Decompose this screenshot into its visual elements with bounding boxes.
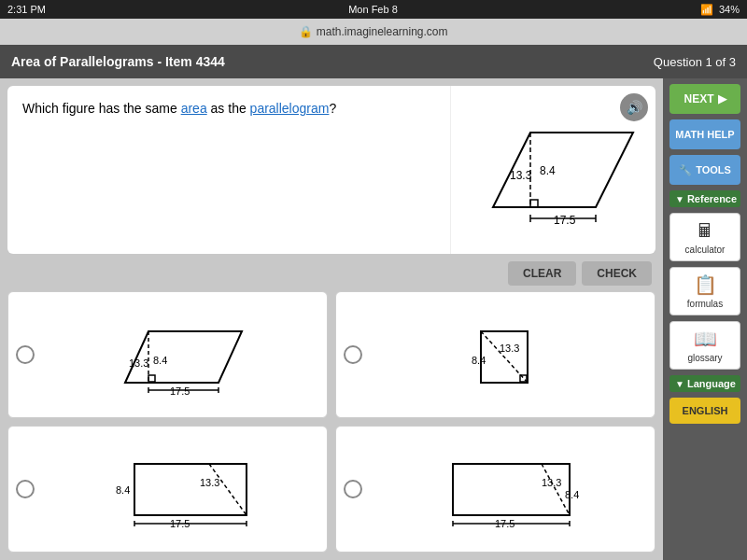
url-bar: 🔒 math.imaginelearning.com <box>0 19 747 45</box>
fig-label-2: 8.4 <box>540 164 556 177</box>
question-text-after: ? <box>329 101 336 116</box>
figure-1: 13.3 8.4 17.5 <box>42 313 319 397</box>
glossary-icon: 📖 <box>694 328 717 350</box>
svg-text:13.3: 13.3 <box>200 477 219 488</box>
question-text-before: Which figure has the same <box>22 101 181 116</box>
answer-buttons: CLEAR CHECK <box>7 261 655 286</box>
glossary-label: glossary <box>687 353 722 363</box>
fig-label-1: 13.3 <box>510 169 532 182</box>
svg-text:13.3: 13.3 <box>542 477 561 488</box>
calculator-button[interactable]: 🖩 calculator <box>669 213 740 261</box>
svg-text:8.4: 8.4 <box>472 355 486 366</box>
option-4[interactable]: 13.3 8.4 17.5 <box>335 426 655 553</box>
svg-text:13.3: 13.3 <box>129 357 148 369</box>
svg-text:17.5: 17.5 <box>170 385 190 397</box>
next-label: NEXT <box>684 92 713 105</box>
svg-text:8.4: 8.4 <box>116 484 130 496</box>
calculator-icon: 🖩 <box>696 220 714 242</box>
tools-label: TOOLS <box>696 164 731 175</box>
url-text: math.imaginelearning.com <box>317 25 448 38</box>
option1-svg: 13.3 8.4 17.5 <box>106 313 256 397</box>
status-bar: 2:31 PM Mon Feb 8 📶 34% <box>0 0 747 19</box>
check-button[interactable]: CHECK <box>582 261 652 286</box>
wifi-icon: 📶 <box>700 4 713 16</box>
clear-button[interactable]: CLEAR <box>508 261 576 286</box>
question-text-middle: as the <box>207 101 250 116</box>
svg-rect-20 <box>134 464 247 515</box>
page-title: Area of Parallelograms - Item 4344 <box>11 54 225 69</box>
language-header: ▼ Language <box>669 375 740 392</box>
radio-1[interactable] <box>16 345 35 364</box>
option2-svg: 8.4 13.3 <box>453 313 565 397</box>
next-arrow-icon: ▶ <box>718 92 726 105</box>
main-layout: Which figure has the same area as the pa… <box>0 78 747 560</box>
app-header: Area of Parallelograms - Item 4344 Quest… <box>0 45 747 78</box>
svg-text:13.3: 13.3 <box>500 343 519 354</box>
answer-section: CLEAR CHECK 13.3 8.4 17.5 <box>7 261 655 553</box>
figure-2: 8.4 13.3 <box>370 313 647 397</box>
option4-svg: 13.3 8.4 17.5 <box>434 447 584 531</box>
formulas-label: formulas <box>687 299 723 309</box>
parallelogram-link[interactable]: parallelogram <box>250 101 330 116</box>
reference-label: Reference <box>687 193 737 204</box>
question-text: Which figure has the same area as the pa… <box>7 86 450 254</box>
radio-4[interactable] <box>344 480 362 498</box>
language-label: Language <box>687 378 736 389</box>
lock-icon: 🔒 <box>299 25 313 38</box>
content-area: Which figure has the same area as the pa… <box>0 78 663 560</box>
svg-text:8.4: 8.4 <box>565 489 579 500</box>
fig-label-3: 17.5 <box>554 214 576 227</box>
option-1[interactable]: 13.3 8.4 17.5 <box>7 291 328 418</box>
glossary-button[interactable]: 📖 glossary <box>669 321 740 370</box>
status-time: 2:31 PM <box>7 4 46 15</box>
option-3[interactable]: 8.4 13.3 17.5 <box>7 426 328 553</box>
chevron-down-icon: ▼ <box>675 194 684 204</box>
formulas-icon: 📋 <box>694 273 717 296</box>
question-counter: Question 1 of 3 <box>654 55 736 69</box>
next-button[interactable]: NEXT ▶ <box>669 84 740 114</box>
english-button[interactable]: ENGLISH <box>669 398 740 424</box>
formulas-button[interactable]: 📋 formulas <box>669 267 740 315</box>
status-day: Mon Feb 8 <box>348 4 398 15</box>
math-help-button[interactable]: MATH HELP <box>669 119 740 149</box>
figure-4: 13.3 8.4 17.5 <box>370 447 647 531</box>
sidebar: NEXT ▶ MATH HELP 🔧 TOOLS ▼ Reference 🖩 c… <box>663 78 747 560</box>
option3-svg: 8.4 13.3 17.5 <box>106 447 256 531</box>
chevron-down-icon-lang: ▼ <box>675 379 684 389</box>
tools-button[interactable]: 🔧 TOOLS <box>669 155 740 185</box>
figure-3: 8.4 13.3 17.5 <box>42 447 319 531</box>
svg-text:8.4: 8.4 <box>153 355 167 366</box>
question-panel: Which figure has the same area as the pa… <box>7 86 655 254</box>
answer-grid: 13.3 8.4 17.5 <box>7 291 655 553</box>
wrench-icon: 🔧 <box>679 164 692 176</box>
battery-text: 34% <box>719 4 740 15</box>
radio-3[interactable] <box>16 480 35 498</box>
option-2[interactable]: 8.4 13.3 <box>335 291 655 418</box>
svg-rect-28 <box>453 464 570 515</box>
reference-header: ▼ Reference <box>669 190 740 207</box>
calculator-label: calculator <box>685 245 726 255</box>
area-link[interactable]: area <box>181 101 207 116</box>
audio-button[interactable]: 🔊 <box>620 93 648 121</box>
main-figure-svg: 13.3 8.4 17.5 <box>465 105 642 235</box>
radio-2[interactable] <box>344 345 362 364</box>
